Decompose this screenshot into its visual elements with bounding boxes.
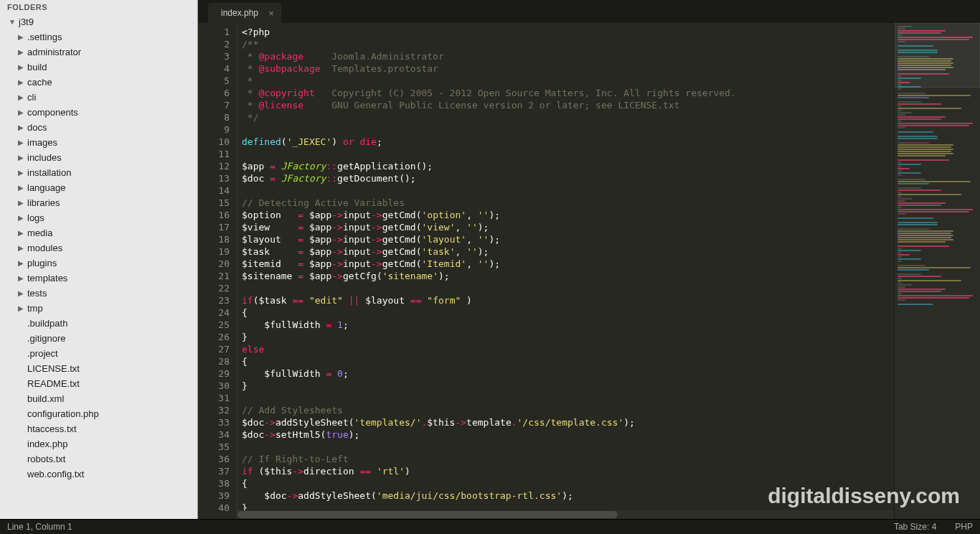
- chevron-down-icon: [9, 18, 16, 26]
- code-line[interactable]: {: [242, 477, 894, 490]
- sidebar-header: FOLDERS: [0, 0, 197, 14]
- close-icon[interactable]: ×: [268, 8, 274, 19]
- tree-file[interactable]: build.xml: [0, 391, 197, 406]
- tab-label: index.php: [221, 8, 258, 18]
- code-line[interactable]: defined('_JEXEC') or die;: [242, 136, 894, 148]
- scrollbar-thumb[interactable]: [237, 511, 618, 518]
- status-tab-size[interactable]: Tab Size: 4: [894, 522, 936, 532]
- chevron-right-icon: [17, 229, 24, 237]
- code-line[interactable]: */: [242, 111, 894, 123]
- line-gutter: 1234567891011121314151617181920212223242…: [198, 23, 237, 519]
- tree-item-label: README.txt: [27, 378, 80, 389]
- code-line[interactable]: if($task == "edit" || $layout == "form" …: [242, 294, 894, 306]
- tree-folder[interactable]: cli: [0, 90, 197, 105]
- tree-item-label: web.config.txt: [27, 469, 85, 479]
- code-line[interactable]: [242, 282, 894, 294]
- tree-item-label: j3t9: [19, 17, 34, 27]
- tree-folder[interactable]: plugins: [0, 256, 197, 271]
- tree-file[interactable]: LICENSE.txt: [0, 361, 197, 376]
- tree-folder[interactable]: includes: [0, 150, 197, 165]
- chevron-right-icon: [17, 259, 24, 267]
- tree-folder[interactable]: images: [0, 135, 197, 150]
- code-line[interactable]: // If Right-to-Left: [242, 453, 894, 465]
- code-line[interactable]: [242, 184, 894, 197]
- code-line[interactable]: }: [242, 380, 894, 392]
- code-line[interactable]: [242, 148, 894, 160]
- tree-file[interactable]: web.config.txt: [0, 467, 197, 482]
- tree-folder[interactable]: modules: [0, 240, 197, 256]
- tree-folder[interactable]: tmp: [0, 301, 197, 316]
- code-line[interactable]: $doc->addStyleSheet('media/jui/css/boots…: [242, 490, 894, 502]
- tree-item-label: .buildpath: [27, 318, 67, 329]
- tree-file[interactable]: index.php: [0, 436, 197, 451]
- tree-folder[interactable]: logs: [0, 210, 197, 225]
- code-line[interactable]: $fullWidth = 0;: [242, 367, 894, 380]
- tree-folder[interactable]: templates: [0, 271, 197, 286]
- code-line[interactable]: else: [242, 343, 894, 355]
- code-editor[interactable]: <?php/** * @package Joomla.Administrator…: [237, 23, 894, 519]
- tree-item-label: LICENSE.txt: [27, 363, 80, 374]
- status-cursor-pos[interactable]: Line 1, Column 1: [7, 522, 72, 532]
- tree-folder[interactable]: language: [0, 180, 197, 195]
- chevron-right-icon: [17, 48, 24, 56]
- tree-folder[interactable]: libraries: [0, 195, 197, 210]
- code-line[interactable]: $sitename = $app->getCfg('sitename');: [242, 270, 894, 282]
- code-line[interactable]: $doc = JFactory::getDocument();: [242, 172, 894, 184]
- code-line[interactable]: <?php: [242, 26, 894, 38]
- minimap-viewport[interactable]: [895, 23, 980, 88]
- code-line[interactable]: $view = $app->input->getCmd('view', '');: [242, 221, 894, 233]
- tree-folder[interactable]: components: [0, 105, 197, 120]
- chevron-right-icon: [17, 33, 24, 41]
- code-line[interactable]: // Detecting Active Variables: [242, 197, 894, 209]
- status-language[interactable]: PHP: [955, 522, 973, 532]
- tree-file[interactable]: configuration.php: [0, 406, 197, 421]
- tree-file[interactable]: .buildpath: [0, 316, 197, 331]
- tree-folder[interactable]: build: [0, 60, 197, 75]
- code-line[interactable]: // Add Stylesheets: [242, 404, 894, 416]
- horizontal-scrollbar[interactable]: [237, 510, 894, 519]
- code-line[interactable]: {: [242, 355, 894, 367]
- code-line[interactable]: $option = $app->input->getCmd('option', …: [242, 209, 894, 221]
- code-line[interactable]: if ($this->direction == 'rtl'): [242, 465, 894, 477]
- tree-folder[interactable]: tests: [0, 286, 197, 301]
- code-line[interactable]: * @package Joomla.Administrator: [242, 50, 894, 62]
- tree-folder[interactable]: cache: [0, 75, 197, 90]
- code-line[interactable]: $task = $app->input->getCmd('task', '');: [242, 245, 894, 258]
- minimap[interactable]: [894, 23, 980, 519]
- code-line[interactable]: $itemid = $app->input->getCmd('Itemid', …: [242, 258, 894, 270]
- tree-file[interactable]: htaccess.txt: [0, 421, 197, 436]
- code-line[interactable]: [242, 123, 894, 136]
- code-line[interactable]: /**: [242, 38, 894, 50]
- chevron-right-icon: [17, 169, 24, 177]
- code-line[interactable]: $doc->addStyleSheet('templates/'.$this->…: [242, 416, 894, 428]
- code-line[interactable]: {: [242, 306, 894, 319]
- code-line[interactable]: $fullWidth = 1;: [242, 319, 894, 331]
- tree-folder[interactable]: docs: [0, 120, 197, 135]
- tree-folder[interactable]: media: [0, 225, 197, 240]
- tree-file[interactable]: robots.txt: [0, 451, 197, 467]
- code-line[interactable]: }: [242, 331, 894, 343]
- chevron-right-icon: [17, 63, 24, 71]
- tree-root[interactable]: j3t9: [0, 14, 197, 29]
- code-line[interactable]: [242, 441, 894, 453]
- chevron-right-icon: [17, 78, 24, 86]
- chevron-right-icon: [17, 214, 24, 222]
- code-line[interactable]: *: [242, 75, 894, 87]
- tree-item-label: templates: [27, 273, 67, 284]
- tree-folder[interactable]: administrator: [0, 44, 197, 60]
- tree-item-label: docs: [27, 122, 47, 133]
- tree-file[interactable]: .gitignore: [0, 331, 197, 346]
- code-line[interactable]: $app = JFactory::getApplication();: [242, 160, 894, 172]
- tree-file[interactable]: .project: [0, 346, 197, 361]
- code-line[interactable]: [242, 392, 894, 404]
- tree-file[interactable]: README.txt: [0, 376, 197, 391]
- code-line[interactable]: $doc->setHtml5(true);: [242, 428, 894, 441]
- tree-folder[interactable]: installation: [0, 165, 197, 180]
- tab-index-php[interactable]: index.php ×: [208, 3, 281, 23]
- code-line[interactable]: $layout = $app->input->getCmd('layout', …: [242, 233, 894, 245]
- code-line[interactable]: * @subpackage Templates.protostar: [242, 62, 894, 75]
- code-line[interactable]: * @license GNU General Public License ve…: [242, 99, 894, 111]
- code-line[interactable]: * @copyright Copyright (C) 2005 - 2012 O…: [242, 87, 894, 99]
- tree-folder[interactable]: .settings: [0, 29, 197, 44]
- folders-sidebar[interactable]: FOLDERS j3t9.settingsadministratorbuildc…: [0, 0, 198, 519]
